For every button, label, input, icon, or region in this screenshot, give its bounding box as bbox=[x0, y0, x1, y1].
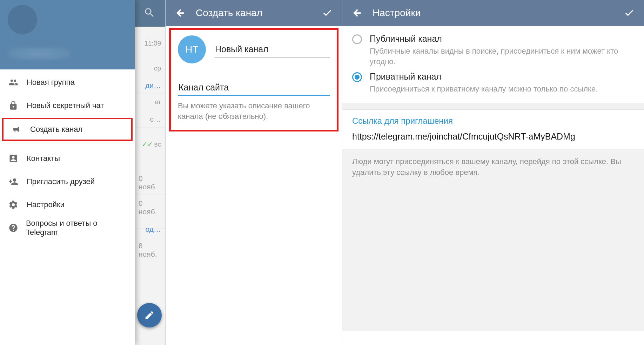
chat-row[interactable]: ✓✓вс bbox=[134, 128, 165, 161]
menu-invite-friends[interactable]: Пригласить друзей bbox=[0, 170, 135, 193]
description-help-text: Вы можете указать описание вашего канала… bbox=[178, 101, 330, 121]
radio-title: Публичный канал bbox=[370, 34, 634, 44]
chat-row[interactable]: срди… bbox=[134, 60, 165, 94]
menu-label: Контакты bbox=[27, 154, 60, 163]
megaphone-icon bbox=[12, 124, 27, 134]
radio-private-channel[interactable]: Приватный канал Присоединиться к приватн… bbox=[342, 69, 644, 96]
menu-settings[interactable]: Настройки bbox=[0, 193, 135, 216]
menu-create-channel[interactable]: Создать канал bbox=[4, 119, 131, 140]
menu-new-group[interactable]: Новая группа bbox=[0, 71, 135, 94]
divider bbox=[0, 143, 135, 143]
arrow-left-icon bbox=[175, 8, 186, 18]
section-divider bbox=[342, 103, 644, 110]
gear-icon bbox=[8, 200, 24, 210]
group-icon bbox=[8, 77, 24, 87]
menu-label: Новый секретный чат bbox=[27, 101, 104, 110]
invite-link-footer-text: Люди могут присоединяться к вашему канал… bbox=[342, 149, 644, 331]
radio-title: Приватный канал bbox=[370, 72, 598, 82]
radio-public-channel[interactable]: Публичный канал Публичные каналы видны в… bbox=[342, 31, 644, 69]
search-icon[interactable] bbox=[143, 7, 155, 20]
help-icon bbox=[8, 223, 23, 233]
toolbar: Настройки bbox=[342, 0, 644, 26]
check-icon bbox=[322, 8, 333, 18]
highlight-annotation: НТ Вы можете указать описание вашего кан… bbox=[169, 28, 338, 131]
radio-subtitle: Присоединиться к приватному каналу можно… bbox=[370, 84, 598, 94]
chat-row[interactable]: 0 нояб. bbox=[134, 161, 165, 195]
person-add-icon bbox=[8, 177, 24, 187]
menu-label: Пригласить друзей bbox=[27, 177, 95, 186]
check-icon bbox=[624, 8, 635, 18]
profile-name-blurred bbox=[8, 47, 71, 60]
confirm-button[interactable] bbox=[320, 6, 334, 20]
toolbar-title: Настройки bbox=[364, 7, 622, 19]
chat-row[interactable]: втс… bbox=[134, 94, 165, 128]
menu-contacts[interactable]: Контакты bbox=[0, 147, 135, 170]
menu-faq[interactable]: Вопросы и ответы о Telegram bbox=[0, 216, 135, 239]
arrow-left-icon bbox=[352, 8, 362, 18]
drawer-header bbox=[0, 0, 135, 69]
contact-icon bbox=[8, 154, 24, 163]
chat-row[interactable]: 8 нояб. bbox=[134, 229, 165, 262]
confirm-button[interactable] bbox=[622, 6, 636, 20]
menu-label: Настройки bbox=[27, 200, 65, 209]
avatar-initials: НТ bbox=[185, 44, 198, 55]
radio-subtitle: Публичные каналы видны в поиске, присоед… bbox=[370, 46, 634, 67]
menu-label: Новая группа bbox=[27, 78, 75, 87]
channel-avatar[interactable]: НТ bbox=[178, 35, 206, 63]
toolbar-title: Создать канал bbox=[187, 7, 320, 19]
chat-list-peek: 11:09 срди… втс… ✓✓вс 0 нояб. 0 нояб.од…… bbox=[134, 0, 165, 345]
channel-name-input[interactable] bbox=[214, 41, 330, 58]
avatar[interactable] bbox=[8, 5, 37, 34]
invite-link-section: Ссылка для приглашения https://telegram.… bbox=[342, 110, 644, 149]
pencil-icon bbox=[144, 310, 155, 320]
channel-description-input[interactable] bbox=[178, 79, 330, 96]
navigation-drawer: Новая группа Новый секретный чат Создать… bbox=[0, 0, 135, 345]
menu-label: Создать канал bbox=[30, 125, 82, 134]
chat-row[interactable]: 0 нояб.од… bbox=[134, 195, 165, 229]
screen-create-channel: Создать канал НТ Вы можете указать описа… bbox=[166, 0, 342, 345]
invite-link-value[interactable]: https://telegram.me/joinchat/CfmcujutQsN… bbox=[352, 131, 634, 143]
menu-new-secret-chat[interactable]: Новый секретный чат bbox=[0, 94, 135, 117]
highlight-annotation: Создать канал bbox=[2, 118, 133, 141]
menu-label: Вопросы и ответы о Telegram bbox=[26, 219, 126, 237]
radio-icon bbox=[352, 72, 362, 82]
chat-row[interactable]: 11:09 bbox=[134, 27, 165, 60]
screen-channel-settings: Настройки Публичный канал Публичные кана… bbox=[342, 0, 644, 345]
back-button[interactable] bbox=[350, 6, 364, 20]
screen-drawer: 11:09 срди… втс… ✓✓вс 0 нояб. 0 нояб.од…… bbox=[0, 0, 166, 345]
invite-link-title: Ссылка для приглашения bbox=[352, 116, 634, 126]
toolbar: Создать канал bbox=[166, 0, 342, 26]
lock-icon bbox=[8, 101, 24, 110]
radio-icon bbox=[352, 34, 362, 44]
back-button[interactable] bbox=[173, 6, 187, 20]
compose-fab[interactable] bbox=[137, 303, 162, 327]
